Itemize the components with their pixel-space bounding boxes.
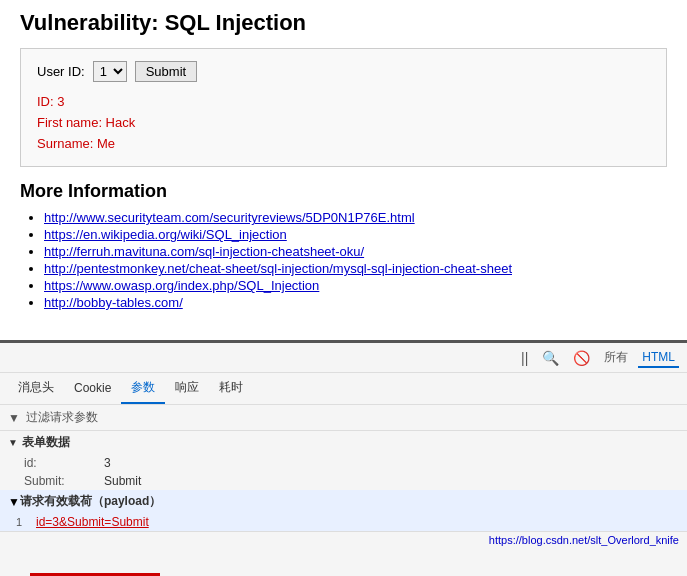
tab-params[interactable]: 参数 — [121, 373, 165, 404]
link-2[interactable]: https://en.wikipedia.org/wiki/SQL_inject… — [44, 227, 287, 242]
form-data-section[interactable]: ▼ 表单数据 — [0, 431, 687, 454]
list-item: http://www.securityteam.com/securityrevi… — [44, 210, 667, 225]
status-bar: https://blog.csdn.net/slt_Overlord_knife — [0, 531, 687, 548]
list-item: http://pentestmonkey.net/cheat-sheet/sql… — [44, 261, 667, 276]
result-surname: Surname: Me — [37, 134, 650, 155]
param-submit-key: Submit: — [24, 474, 104, 488]
payload-num: 1 — [16, 516, 36, 528]
user-id-label: User ID: — [37, 64, 85, 79]
search-icon[interactable]: 🔍 — [538, 348, 563, 368]
form-box: User ID: 1 2 3 Submit ID: 3 First name: … — [20, 48, 667, 167]
devtools-toolbar: || 🔍 🚫 所有 HTML — [0, 343, 687, 373]
result-first-name: First name: Hack — [37, 113, 650, 134]
param-submit-row: Submit: Submit — [0, 472, 687, 490]
links-list: http://www.securityteam.com/securityrevi… — [20, 210, 667, 310]
result-text: ID: 3 First name: Hack Surname: Me — [37, 92, 650, 154]
filter-row: ▼ 过滤请求参数 — [0, 405, 687, 431]
payload-triangle-icon: ▼ — [8, 495, 20, 509]
submit-button[interactable]: Submit — [135, 61, 197, 82]
list-item: https://en.wikipedia.org/wiki/SQL_inject… — [44, 227, 667, 242]
param-id-key: id: — [24, 456, 104, 470]
tab-cookie[interactable]: Cookie — [64, 375, 121, 403]
status-url: https://blog.csdn.net/slt_Overlord_knife — [489, 534, 679, 546]
form-data-title: 表单数据 — [22, 434, 70, 451]
link-4[interactable]: http://pentestmonkey.net/cheat-sheet/sql… — [44, 261, 512, 276]
user-id-select[interactable]: 1 2 3 — [93, 61, 127, 82]
param-submit-value: Submit — [104, 474, 141, 488]
link-6[interactable]: http://bobby-tables.com/ — [44, 295, 183, 310]
triangle-icon: ▼ — [8, 437, 18, 448]
params-content: ▼ 表单数据 id: 3 Submit: Submit ▼ 请求有效载荷（pay… — [0, 431, 687, 531]
main-content: Vulnerability: SQL Injection User ID: 1 … — [0, 0, 687, 340]
tab-headers[interactable]: 消息头 — [8, 373, 64, 404]
page-title: Vulnerability: SQL Injection — [20, 10, 667, 36]
block-icon[interactable]: 🚫 — [569, 348, 594, 368]
pause-icon[interactable]: || — [517, 348, 532, 368]
tab-response[interactable]: 响应 — [165, 373, 209, 404]
devtools-tabs: 消息头 Cookie 参数 响应 耗时 — [0, 373, 687, 405]
param-id-value: 3 — [104, 456, 111, 470]
filter-label: 过滤请求参数 — [26, 409, 98, 426]
link-1[interactable]: http://www.securityteam.com/securityrevi… — [44, 210, 415, 225]
param-id-row: id: 3 — [0, 454, 687, 472]
payload-entry: 1 id=3&Submit=Submit — [0, 513, 687, 531]
more-info-title: More Information — [20, 181, 667, 202]
payload-value: id=3&Submit=Submit — [36, 515, 149, 529]
devtools-panel: || 🔍 🚫 所有 HTML 消息头 Cookie 参数 响应 耗时 ▼ 过滤请… — [0, 340, 687, 576]
payload-title: 请求有效载荷（payload） — [20, 493, 161, 510]
payload-section[interactable]: ▼ 请求有效载荷（payload） — [0, 490, 687, 513]
all-label[interactable]: 所有 — [600, 347, 632, 368]
form-row: User ID: 1 2 3 Submit — [37, 61, 650, 82]
result-id: ID: 3 — [37, 92, 650, 113]
html-label[interactable]: HTML — [638, 348, 679, 368]
list-item: http://ferruh.mavituna.com/sql-injection… — [44, 244, 667, 259]
list-item: http://bobby-tables.com/ — [44, 295, 667, 310]
link-5[interactable]: https://www.owasp.org/index.php/SQL_Inje… — [44, 278, 319, 293]
filter-icon: ▼ — [8, 411, 20, 425]
list-item: https://www.owasp.org/index.php/SQL_Inje… — [44, 278, 667, 293]
tab-timing[interactable]: 耗时 — [209, 373, 253, 404]
link-3[interactable]: http://ferruh.mavituna.com/sql-injection… — [44, 244, 364, 259]
